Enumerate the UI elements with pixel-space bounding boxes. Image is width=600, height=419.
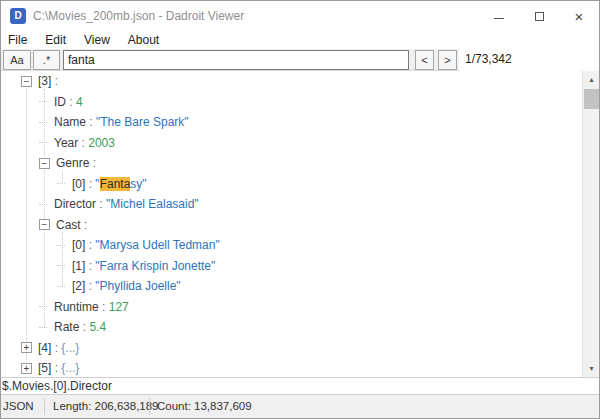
- collapse-box-icon[interactable]: −: [21, 76, 32, 87]
- maximize-button[interactable]: [519, 1, 559, 31]
- tree-connector: [39, 122, 47, 123]
- collapse-box-icon[interactable]: −: [39, 158, 50, 169]
- tree-colon: :: [85, 238, 95, 252]
- tree-colon: :: [99, 300, 109, 314]
- json-path: $.Movies.[0].Director: [2, 378, 112, 395]
- menu-file[interactable]: File: [1, 33, 36, 47]
- tree-row[interactable]: [0] : "Fantasy": [1, 174, 599, 195]
- tree-value: {...}: [61, 341, 79, 355]
- tree-row[interactable]: Director : "Michel Ealasaid": [1, 194, 599, 215]
- menu-bar: File Edit View About: [1, 31, 599, 49]
- app-icon: D: [10, 8, 26, 24]
- tree-value: 2003: [88, 136, 115, 150]
- search-match-highlight: Fanta: [100, 177, 131, 191]
- tree-row[interactable]: +[4] : {...}: [1, 338, 599, 359]
- tree-connector: [57, 245, 65, 246]
- tree-colon: :: [66, 95, 76, 109]
- tree-connector: [39, 101, 47, 102]
- tree-colon: :: [85, 177, 95, 191]
- tree-key: Year: [54, 136, 78, 150]
- tree-row[interactable]: ID : 4: [1, 92, 599, 113]
- tree-colon: :: [78, 136, 88, 150]
- match-counter-panel: 1/73,342: [459, 49, 599, 71]
- tree-connector: [57, 265, 65, 266]
- tree-key: [0]: [72, 238, 85, 252]
- tree-row[interactable]: −Cast :: [1, 215, 599, 236]
- tree-colon: :: [79, 320, 89, 334]
- tree-value: 127: [109, 300, 129, 314]
- tree-row[interactable]: Runtime : 127: [1, 297, 599, 318]
- tree-key: Runtime: [54, 300, 99, 314]
- vertical-scrollbar[interactable]: ▲ ▼: [582, 71, 599, 377]
- scrollbar-thumb[interactable]: [584, 89, 599, 109]
- tree-value: "The Bare Spark": [96, 115, 189, 129]
- tree-connector: [39, 204, 47, 205]
- tree-colon: :: [85, 259, 95, 273]
- tree-row[interactable]: Year : 2003: [1, 133, 599, 154]
- tree-colon: :: [51, 74, 61, 88]
- app-window: D C:\Movies_200mb.json - Dadroit Viewer …: [0, 0, 600, 419]
- tree-key: Name: [54, 115, 86, 129]
- tree-key: Director: [54, 197, 96, 211]
- tree-row[interactable]: [1] : "Farra Krispin Jonette": [1, 256, 599, 277]
- tree-key: [4]: [38, 341, 51, 355]
- tree-key: [5]: [38, 361, 51, 375]
- search-toolbar: Aa .* < > 1/73,342: [1, 49, 599, 71]
- collapse-box-icon[interactable]: −: [39, 219, 50, 230]
- minimize-icon: [494, 18, 504, 19]
- search-input[interactable]: [63, 50, 409, 70]
- tree-value: "Phyllida Joelle": [95, 279, 180, 293]
- tree-colon: :: [89, 156, 99, 170]
- window-controls: ×: [479, 1, 599, 31]
- tree-row[interactable]: [0] : "Marysa Udell Tedman": [1, 235, 599, 256]
- tree-value: {...}: [61, 361, 79, 375]
- tree-key: [3]: [38, 74, 51, 88]
- path-bar: $.Movies.[0].Director: [1, 377, 599, 395]
- tree-colon: :: [86, 115, 96, 129]
- close-button[interactable]: ×: [559, 1, 599, 31]
- regex-button[interactable]: .*: [33, 50, 60, 70]
- maximize-icon: [535, 12, 544, 21]
- tree-connector: [57, 183, 65, 184]
- json-tree: −[3] : ID : 4Name : "The Bare Spark"Year…: [1, 71, 599, 377]
- tree-key: Genre: [56, 156, 89, 170]
- tree-value: 5.4: [89, 320, 106, 334]
- menu-about[interactable]: About: [119, 33, 168, 47]
- tree-row[interactable]: [2] : "Phyllida Joelle": [1, 276, 599, 297]
- tree-key: [1]: [72, 259, 85, 273]
- tree-row[interactable]: +[5] : {...}: [1, 358, 599, 377]
- tree-colon: :: [85, 279, 95, 293]
- scroll-up-icon[interactable]: ▲: [583, 71, 600, 88]
- tree-key: [2]: [72, 279, 85, 293]
- menu-view[interactable]: View: [75, 33, 119, 47]
- next-match-button[interactable]: >: [438, 50, 457, 70]
- tree-row[interactable]: Rate : 5.4: [1, 317, 599, 338]
- menu-edit[interactable]: Edit: [36, 33, 75, 47]
- tree-colon: :: [81, 218, 91, 232]
- tree-colon: :: [51, 361, 61, 375]
- tree-key: Rate: [54, 320, 79, 334]
- tree-value: "Farra Krispin Jonette": [95, 259, 215, 273]
- tree-connector: [39, 327, 47, 328]
- minimize-button[interactable]: [479, 1, 519, 31]
- scroll-down-icon[interactable]: ▼: [583, 360, 600, 377]
- tree-value: "Michel Ealasaid": [106, 197, 199, 211]
- tree-row[interactable]: −[3] :: [1, 71, 599, 92]
- expand-box-icon[interactable]: +: [21, 363, 32, 374]
- window-title: C:\Movies_200mb.json - Dadroit Viewer: [33, 9, 244, 23]
- tree-colon: :: [51, 341, 61, 355]
- tree-value: 4: [76, 95, 83, 109]
- tree-colon: :: [96, 197, 106, 211]
- match-counter: 1/73,342: [465, 49, 512, 70]
- previous-match-button[interactable]: <: [415, 50, 434, 70]
- tree-connector: [39, 142, 47, 143]
- tree-row[interactable]: −Genre :: [1, 153, 599, 174]
- match-case-button[interactable]: Aa: [3, 50, 31, 70]
- expand-box-icon[interactable]: +: [21, 342, 32, 353]
- tree-value: "Marysa Udell Tedman": [95, 238, 219, 252]
- tree-key: Cast: [56, 218, 81, 232]
- tree-key: [0]: [72, 177, 85, 191]
- count-label: Count: 13,837,609: [157, 395, 252, 417]
- tree-row[interactable]: Name : "The Bare Spark": [1, 112, 599, 133]
- tree-connector: [57, 286, 65, 287]
